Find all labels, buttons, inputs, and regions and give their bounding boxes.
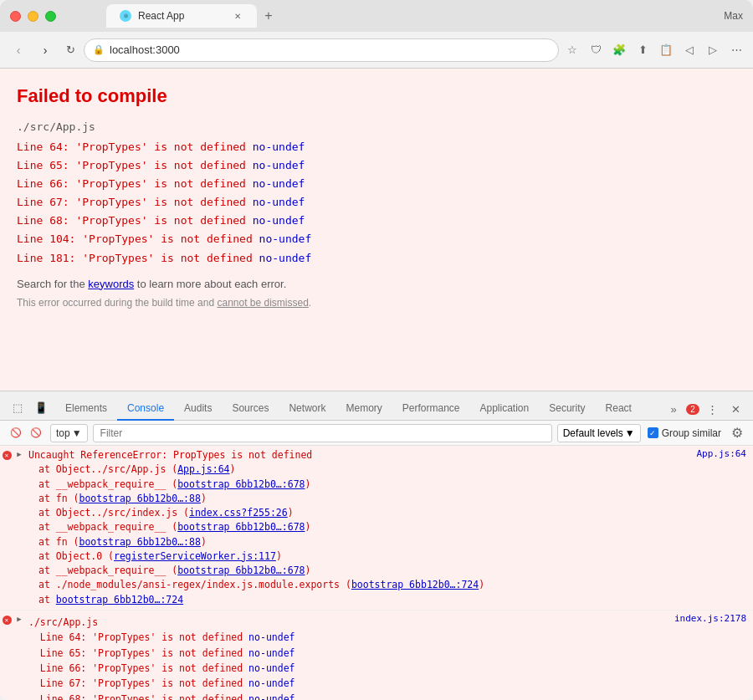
stack-line: at fn (bootstrap 6bb12b0…:88) bbox=[28, 492, 686, 506]
user-name: Max bbox=[724, 10, 743, 22]
console-rule-text: no-undef bbox=[248, 647, 295, 659]
tab-title: React App bbox=[138, 10, 225, 22]
stack-link[interactable]: bootstrap 6bb12b0…:88 bbox=[79, 493, 200, 504]
back-history-button[interactable]: ◁ bbox=[679, 40, 699, 60]
console-compile-line: Line 66: 'PropTypes' is not defined no-u… bbox=[28, 661, 664, 676]
tab-bar: ⚛ React App ✕ + bbox=[56, 4, 743, 28]
console-compile-line: Line 67: 'PropTypes' is not defined no-u… bbox=[28, 676, 664, 691]
error-rule-link[interactable]: no-undef bbox=[253, 214, 305, 227]
tab-security[interactable]: Security bbox=[539, 397, 595, 421]
browser-window: ⚛ React App ✕ + Max ‹ › ↻ 🔒 localhost:30… bbox=[0, 0, 753, 700]
stack-line: at ./node_modules/ansi-regex/index.js.mo… bbox=[28, 578, 686, 592]
levels-dropdown-arrow: ▼ bbox=[625, 427, 635, 439]
browser-tab[interactable]: ⚛ React App ✕ bbox=[106, 4, 257, 28]
close-button[interactable] bbox=[10, 11, 21, 22]
stack-link[interactable]: index.css?f255:26 bbox=[189, 507, 288, 519]
bookmark-button[interactable]: ☆ bbox=[562, 40, 582, 60]
devtools-close-button[interactable]: ✕ bbox=[725, 398, 746, 420]
shield-icon[interactable]: 🛡 bbox=[586, 40, 606, 60]
error-line-item: Line 68: 'PropTypes' is not defined no-u… bbox=[17, 212, 736, 230]
stack-link[interactable]: bootstrap 6bb12b0…:724 bbox=[56, 594, 183, 605]
maximize-button[interactable] bbox=[45, 11, 56, 22]
compile-error-block: ./src/App.js Line 64: 'PropTypes' is not… bbox=[28, 613, 664, 700]
tab-react[interactable]: React bbox=[596, 397, 642, 421]
devtools-more-menu[interactable]: ⋮ bbox=[701, 398, 723, 420]
console-clear-icon[interactable]: 🚫 bbox=[7, 424, 25, 442]
stack-link[interactable]: bootstrap 6bb12b0…:678 bbox=[177, 565, 305, 576]
hint-keywords[interactable]: keywords bbox=[88, 278, 134, 290]
stack-trace-1: at Object../src/App.js (App.js:64)at __w… bbox=[28, 462, 686, 607]
console-compile-line: Line 64: 'PropTypes' is not defined no-u… bbox=[28, 630, 664, 645]
error-rule-link[interactable]: no-undef bbox=[259, 232, 312, 245]
tab-sources[interactable]: Sources bbox=[222, 397, 279, 421]
tab-elements[interactable]: Elements bbox=[55, 397, 117, 421]
group-similar-label: Group similar bbox=[662, 427, 721, 439]
stack-link[interactable]: bootstrap 6bb12b0…:88 bbox=[79, 536, 200, 548]
stack-link[interactable]: App.js:64 bbox=[177, 463, 229, 475]
stack-link[interactable]: bootstrap 6bb12b0…:724 bbox=[351, 579, 479, 590]
new-tab-button[interactable]: + bbox=[257, 4, 280, 28]
tab-console[interactable]: Console bbox=[117, 397, 174, 421]
minimize-button[interactable] bbox=[28, 11, 38, 22]
group-similar-checkbox-label[interactable]: ✓ Group similar bbox=[648, 427, 721, 439]
console-settings-icon[interactable]: ⚙ bbox=[728, 424, 746, 442]
expand-button-2[interactable]: ▶ bbox=[13, 611, 25, 623]
dismiss-end: . bbox=[309, 297, 311, 309]
default-levels-label: Default levels bbox=[563, 427, 623, 439]
tab-audits[interactable]: Audits bbox=[174, 397, 222, 421]
address-bar[interactable]: 🔒 localhost:3000 bbox=[84, 38, 559, 62]
forward-button[interactable]: › bbox=[33, 38, 57, 62]
lock-icon: 🔒 bbox=[93, 44, 105, 55]
console-rule-text: no-undef bbox=[248, 693, 295, 700]
console-compile-line: Line 65: 'PropTypes' is not defined no-u… bbox=[28, 646, 664, 661]
tab-network[interactable]: Network bbox=[279, 397, 336, 421]
filter-value: top bbox=[56, 427, 70, 439]
stack-link[interactable]: bootstrap 6bb12b0…:678 bbox=[177, 478, 305, 490]
default-levels-dropdown[interactable]: Default levels ▼ bbox=[557, 424, 641, 442]
devtools-right-icons: » 2 ⋮ ✕ bbox=[659, 398, 750, 420]
device-toggle-icon[interactable]: 📱 bbox=[30, 396, 52, 418]
error-rule-link[interactable]: no-undef bbox=[253, 177, 305, 190]
context-filter-dropdown[interactable]: top ▼ bbox=[50, 424, 88, 442]
browser-toolbar: ‹ › ↻ 🔒 localhost:3000 ☆ 🛡 🧩 ⬆ 📋 ◁ ▷ ⋯ bbox=[0, 32, 753, 69]
share-button[interactable]: ⬆ bbox=[633, 40, 653, 60]
group-similar-checkbox[interactable]: ✓ bbox=[648, 427, 658, 438]
error-count-badge: 2 bbox=[686, 404, 699, 415]
extensions-button[interactable]: 🧩 bbox=[609, 40, 629, 60]
error-rule-link[interactable]: no-undef bbox=[253, 159, 305, 171]
error-content-1: Uncaught ReferenceError: PropTypes is no… bbox=[25, 446, 689, 610]
more-tabs-button[interactable]: » bbox=[663, 398, 684, 420]
devtools-panel: ⬚ 📱 Elements Console Audits Sources Netw… bbox=[0, 391, 753, 700]
refresh-button[interactable]: ↻ bbox=[60, 40, 80, 60]
traffic-lights bbox=[10, 11, 56, 22]
error-rule-link[interactable]: no-undef bbox=[259, 252, 312, 264]
stack-link[interactable]: registerServiceWorker.js:117 bbox=[114, 550, 276, 562]
error-message-1: Uncaught ReferenceError: PropTypes is no… bbox=[28, 449, 312, 461]
stack-link[interactable]: bootstrap 6bb12b0…:678 bbox=[177, 521, 305, 533]
forward-history-button[interactable]: ▷ bbox=[703, 40, 723, 60]
error-line-item: Line 67: 'PropTypes' is not defined no-u… bbox=[17, 193, 736, 212]
console-filter-icon[interactable]: 🚫 bbox=[27, 424, 45, 442]
error-icon-1: ✕ bbox=[0, 446, 13, 463]
tab-memory[interactable]: Memory bbox=[336, 397, 392, 421]
tab-performance[interactable]: Performance bbox=[392, 397, 470, 421]
error-source-2[interactable]: index.js:2178 bbox=[668, 611, 753, 626]
reader-button[interactable]: 📋 bbox=[656, 40, 676, 60]
expand-button-1[interactable]: ▶ bbox=[13, 446, 25, 458]
stack-line: at __webpack_require__ (bootstrap 6bb12b… bbox=[28, 564, 686, 578]
console-error-entry-2: ✕ ▶ ./src/App.js Line 64: 'PropTypes' is… bbox=[0, 611, 753, 700]
filter-right-controls: Default levels ▼ ✓ Group similar ⚙ bbox=[557, 424, 746, 442]
toolbar-icons: ☆ 🛡 🧩 ⬆ 📋 ◁ ▷ ⋯ bbox=[562, 40, 746, 60]
inspect-element-icon[interactable]: ⬚ bbox=[7, 396, 28, 418]
menu-button[interactable]: ⋯ bbox=[726, 40, 746, 60]
error-rule-link[interactable]: no-undef bbox=[253, 196, 305, 208]
error-lines-list: Line 64: 'PropTypes' is not defined no-u… bbox=[17, 138, 736, 268]
tab-close-button[interactable]: ✕ bbox=[232, 10, 243, 22]
error-source-1[interactable]: App.js:64 bbox=[689, 446, 753, 462]
error-rule-link[interactable]: no-undef bbox=[253, 141, 305, 153]
back-button[interactable]: ‹ bbox=[7, 38, 30, 62]
tab-application[interactable]: Application bbox=[470, 397, 540, 421]
console-filter-input[interactable] bbox=[93, 424, 552, 442]
error-dismiss: This error occurred during the build tim… bbox=[17, 297, 736, 309]
error-icon-2: ✕ bbox=[0, 611, 13, 628]
